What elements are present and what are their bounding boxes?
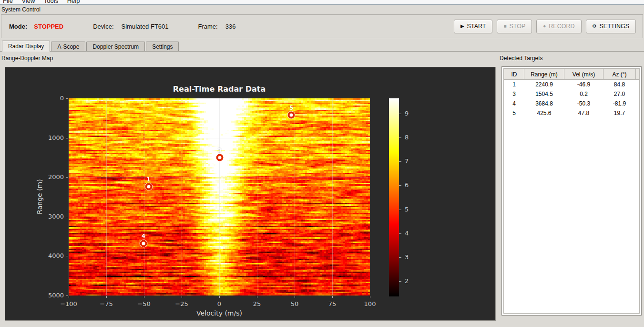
- tab-radar-display[interactable]: Radar Display: [2, 41, 50, 52]
- x-tick-label: −100: [60, 300, 77, 307]
- x-tick-mark: [144, 296, 144, 298]
- system-control-panel: Mode: STOPPED Device: Simulated FT601 Fr…: [1, 14, 643, 38]
- y-tick-label: 3000: [37, 213, 64, 220]
- menu-item-help[interactable]: Help: [67, 0, 80, 4]
- target-row[interactable]: 31504.50.227.0: [504, 89, 639, 99]
- colorbar-tick-label: 6: [405, 181, 409, 189]
- tab-doppler-spectrum[interactable]: Doppler Spectrum: [86, 42, 145, 51]
- range-doppler-figure: Real-Time Radar Data Velocity (m/s) Rang…: [5, 67, 496, 321]
- tab-a-scope[interactable]: A-Scope: [51, 42, 85, 51]
- frame-label: Frame:: [198, 23, 218, 30]
- target-row[interactable]: 5425.647.819.7: [504, 108, 639, 118]
- colorbar-tick-label: 2: [405, 277, 409, 285]
- stop-button[interactable]: ■STOP: [497, 20, 532, 33]
- y-tick-mark: [66, 256, 68, 256]
- range-doppler-heatmap: [69, 98, 370, 295]
- x-tick-mark: [332, 296, 333, 298]
- colorbar-tick-label: 5: [405, 206, 409, 213]
- target-cell-range-m: 3684.8: [524, 99, 564, 108]
- x-tick-mark: [370, 296, 370, 298]
- target-cell-az: -81.9: [603, 99, 636, 108]
- y-tick-label: 0: [37, 95, 64, 102]
- column-header-filler: [636, 69, 639, 80]
- column-header-vel-m-s[interactable]: Vel (m/s): [564, 69, 603, 80]
- y-tick-label: 2000: [37, 173, 64, 180]
- target-marker-label: 3: [217, 147, 221, 154]
- detected-targets-table-container: IDRange (m)Vel (m/s)Az (°) 12240.9-46.98…: [503, 68, 640, 314]
- chart-title: Real-Time Radar Data: [173, 84, 266, 94]
- target-cell-range-m: 2240.9: [524, 80, 564, 89]
- start-button-label: START: [467, 23, 486, 30]
- y-tick-mark: [66, 217, 68, 217]
- target-marker-label: 1: [147, 176, 151, 183]
- target-cell-filler: [636, 108, 639, 118]
- device-label: Device:: [93, 23, 113, 30]
- x-axis-label: Velocity (m/s): [196, 309, 242, 317]
- target-cell-id: 4: [504, 99, 524, 108]
- target-cell-az: 19.7: [603, 108, 636, 118]
- target-row[interactable]: 43684.8-50.3-81.9: [504, 99, 639, 108]
- y-tick-label: 4000: [37, 252, 64, 259]
- start-button[interactable]: ▶START: [454, 20, 493, 33]
- record-icon: ●: [543, 24, 546, 29]
- menu-item-tools[interactable]: Tools: [44, 0, 58, 4]
- x-tick-mark: [295, 296, 295, 298]
- detected-targets-table: IDRange (m)Vel (m/s)Az (°) 12240.9-46.98…: [504, 69, 639, 118]
- frame-value: 336: [225, 23, 236, 30]
- column-header-range-m[interactable]: Range (m): [524, 69, 564, 80]
- gear-icon: ⚙: [593, 24, 597, 29]
- menu-item-view[interactable]: View: [21, 0, 35, 4]
- detected-targets-panel: IDRange (m)Vel (m/s)Az (°) 12240.9-46.98…: [501, 66, 642, 316]
- colorbar-tick-mark: [399, 114, 401, 114]
- target-row[interactable]: 12240.9-46.984.8: [504, 80, 639, 89]
- x-tick-label: 75: [328, 300, 337, 307]
- y-tick-mark: [66, 295, 68, 296]
- target-marker: [288, 112, 295, 119]
- x-tick-mark: [257, 296, 257, 298]
- colorbar-tick-label: 7: [405, 158, 409, 165]
- target-marker-label: 4: [142, 233, 145, 240]
- x-tick-label: 25: [253, 300, 261, 307]
- x-tick-label: −50: [137, 300, 150, 307]
- mode-value: STOPPED: [34, 23, 63, 30]
- settings-button[interactable]: ⚙SETTINGS: [586, 20, 636, 33]
- x-tick-label: 0: [217, 300, 221, 307]
- colorbar-tick-mark: [399, 185, 401, 186]
- target-cell-filler: [636, 89, 639, 99]
- status-row: Mode: STOPPED Device: Simulated FT601 Fr…: [9, 23, 235, 30]
- colorbar-tick-label: 9: [405, 110, 409, 117]
- settings-button-label: SETTINGS: [599, 23, 629, 30]
- target-marker-label: 5: [289, 105, 293, 111]
- y-tick-mark: [66, 138, 68, 138]
- device-value: Simulated FT601: [122, 23, 169, 30]
- record-button[interactable]: ●RECORD: [536, 20, 581, 33]
- target-cell-vel-m-s: -46.9: [564, 80, 603, 89]
- column-header-id[interactable]: ID: [504, 69, 524, 80]
- target-cell-id: 3: [504, 89, 524, 99]
- colorbar: [389, 98, 399, 296]
- menu-item-file[interactable]: File: [3, 0, 13, 4]
- x-tick-mark: [106, 296, 107, 298]
- mode-label: Mode:: [9, 23, 27, 30]
- colorbar-tick-label: 8: [405, 134, 409, 141]
- column-header-az[interactable]: Az (°): [603, 69, 636, 80]
- y-tick-label: 5000: [37, 292, 64, 299]
- range-doppler-map-label: Range-Doppler Map: [1, 55, 53, 62]
- record-button-label: RECORD: [549, 23, 574, 30]
- colorbar-tick-mark: [399, 233, 401, 234]
- colorbar-tick-mark: [399, 281, 401, 282]
- y-tick-label: 1000: [37, 134, 64, 141]
- colorbar-tick-label: 3: [405, 253, 409, 261]
- target-cell-id: 5: [504, 108, 524, 118]
- target-cell-filler: [636, 99, 639, 108]
- colorbar-tick-mark: [399, 210, 401, 210]
- target-cell-vel-m-s: 47.8: [564, 108, 603, 118]
- x-tick-label: 100: [364, 300, 376, 307]
- colorbar-tick-mark: [399, 257, 401, 258]
- target-marker: [145, 183, 152, 190]
- play-icon: ▶: [460, 24, 464, 29]
- control-buttons: ▶START■STOP●RECORD⚙SETTINGS: [454, 20, 636, 33]
- tab-settings[interactable]: Settings: [146, 42, 179, 51]
- target-cell-vel-m-s: -50.3: [564, 99, 603, 108]
- colorbar-tick-label: 4: [405, 230, 409, 237]
